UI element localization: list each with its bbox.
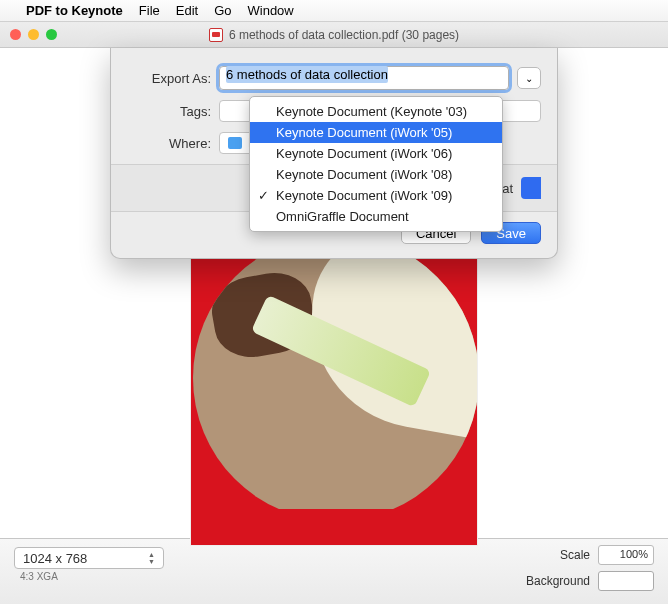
export-as-input[interactable]: 6 methods of data collection [219,66,509,90]
format-option-omnigraffle[interactable]: OmniGraffle Document [250,206,502,227]
pdf-icon [209,28,223,42]
format-option-iwork-05[interactable]: Keynote Document (iWork '05) [250,122,502,143]
scale-label: Scale [560,548,590,562]
zoom-window-button[interactable] [46,29,57,40]
menu-window[interactable]: Window [248,3,294,18]
expand-location-button[interactable]: ⌄ [517,67,541,89]
file-format-popup[interactable] [521,177,541,199]
minimize-window-button[interactable] [28,29,39,40]
format-option-keynote-03[interactable]: Keynote Document (Keynote '03) [250,101,502,122]
format-option-iwork-09[interactable]: Keynote Document (iWork '09) [250,185,502,206]
export-as-label: Export As: [127,71,219,86]
window-titlebar: 6 methods of data collection.pdf (30 pag… [0,22,668,48]
export-sheet: Export As: 6 methods of data collection … [110,48,558,259]
menu-edit[interactable]: Edit [176,3,198,18]
tags-label: Tags: [127,104,219,119]
format-option-iwork-06[interactable]: Keynote Document (iWork '06) [250,143,502,164]
folder-icon [228,137,242,149]
traffic-lights [10,29,57,40]
background-label: Background [526,574,590,588]
bottom-bar: 1024 x 768 ▲▼ 4:3 XGA Scale 100% Backgro… [0,538,668,604]
close-window-button[interactable] [10,29,21,40]
menubar: PDF to Keynote File Edit Go Window [0,0,668,22]
resolution-value: 1024 x 768 [23,551,87,566]
stepper-icon: ▲▼ [148,551,155,565]
window-title: 6 methods of data collection.pdf (30 pag… [229,28,459,42]
resolution-select[interactable]: 1024 x 768 ▲▼ [14,547,164,569]
slide-preview [190,258,478,546]
menu-go[interactable]: Go [214,3,231,18]
file-format-dropdown: Keynote Document (Keynote '03) Keynote D… [249,96,503,232]
app-name[interactable]: PDF to Keynote [26,3,123,18]
where-label: Where: [127,136,219,151]
background-color-well[interactable] [598,571,654,591]
document-area: Export As: 6 methods of data collection … [0,48,668,538]
chevron-down-icon: ⌄ [525,73,533,84]
format-option-iwork-08[interactable]: Keynote Document (iWork '08) [250,164,502,185]
scale-input[interactable]: 100% [598,545,654,565]
menu-file[interactable]: File [139,3,160,18]
